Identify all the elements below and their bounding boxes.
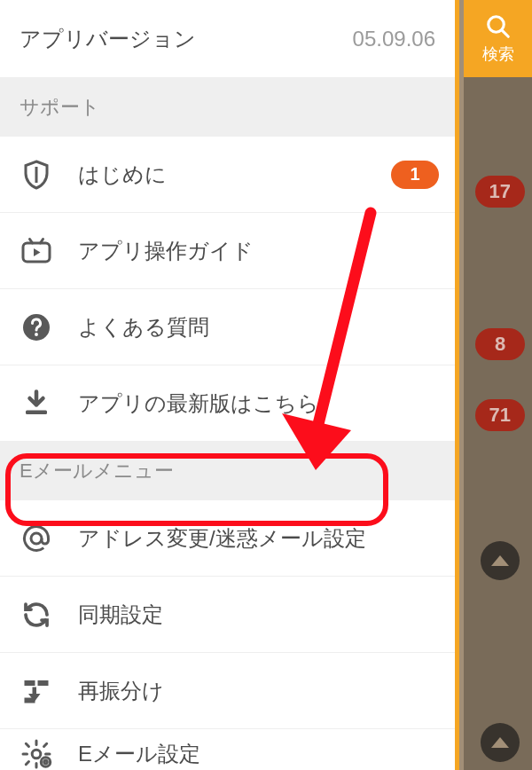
section-email-menu: Eメールメニュー — [0, 442, 455, 500]
menu-item-label: Eメール設定 — [78, 740, 439, 768]
menu-item-label: よくある質問 — [78, 313, 439, 342]
search-button[interactable]: 検索 — [464, 0, 532, 77]
menu-item-label: 同期設定 — [78, 601, 439, 629]
menu-item-label: アプリ操作ガイド — [78, 237, 439, 265]
search-label: 検索 — [482, 43, 514, 65]
dimmed-background — [464, 0, 532, 770]
menu-item-label: はじめに — [78, 161, 366, 189]
at-icon — [20, 522, 53, 555]
bg-badge-2: 8 — [475, 328, 525, 360]
settings-drawer: アプリバージョン 05.09.06 サポート はじめに 1 — [0, 0, 459, 770]
download-icon — [20, 387, 53, 420]
app-version-value: 05.09.06 — [353, 27, 435, 51]
section-support: サポート — [0, 78, 455, 137]
video-icon — [20, 234, 53, 268]
menu-address-spam-settings[interactable]: アドレス変更/迷惑メール設定 — [0, 500, 455, 577]
bg-scroll-circle-1 — [481, 541, 520, 580]
sync-icon — [20, 598, 53, 632]
svg-rect-5 — [26, 410, 47, 414]
menu-latest-version[interactable]: アプリの最新版はこちら — [0, 365, 455, 442]
svg-line-1 — [502, 30, 508, 36]
menu-item-label: アプリの最新版はこちら — [78, 389, 439, 418]
app-version-label: アプリバージョン — [20, 25, 196, 53]
sort-icon — [20, 674, 53, 708]
menu-hajimeni[interactable]: はじめに 1 — [0, 137, 455, 213]
menu-faq[interactable]: よくある質問 — [0, 289, 455, 365]
svg-point-6 — [31, 533, 42, 544]
svg-point-4 — [35, 333, 38, 336]
app-version-row: アプリバージョン 05.09.06 — [0, 0, 455, 78]
menu-operation-guide[interactable]: アプリ操作ガイド — [0, 213, 455, 289]
svg-point-10 — [32, 750, 41, 758]
search-icon — [485, 13, 512, 40]
svg-rect-9 — [25, 697, 35, 703]
notification-badge: 1 — [391, 161, 439, 189]
help-icon — [20, 310, 53, 344]
menu-resort[interactable]: 再振分け — [0, 653, 455, 729]
bg-badge-1: 17 — [475, 176, 525, 208]
menu-item-label: アドレス変更/迷惑メール設定 — [78, 524, 439, 553]
svg-rect-7 — [25, 680, 35, 686]
menu-item-label: 再振分け — [78, 677, 439, 705]
shield-icon — [20, 158, 53, 192]
svg-point-11 — [41, 758, 51, 767]
gear-icon — [20, 737, 53, 770]
menu-sync-settings[interactable]: 同期設定 — [0, 577, 455, 653]
svg-rect-8 — [38, 680, 49, 686]
menu-email-settings[interactable]: Eメール設定 — [0, 729, 455, 770]
bg-badge-3: 71 — [475, 399, 525, 431]
bg-scroll-circle-2 — [481, 723, 520, 762]
